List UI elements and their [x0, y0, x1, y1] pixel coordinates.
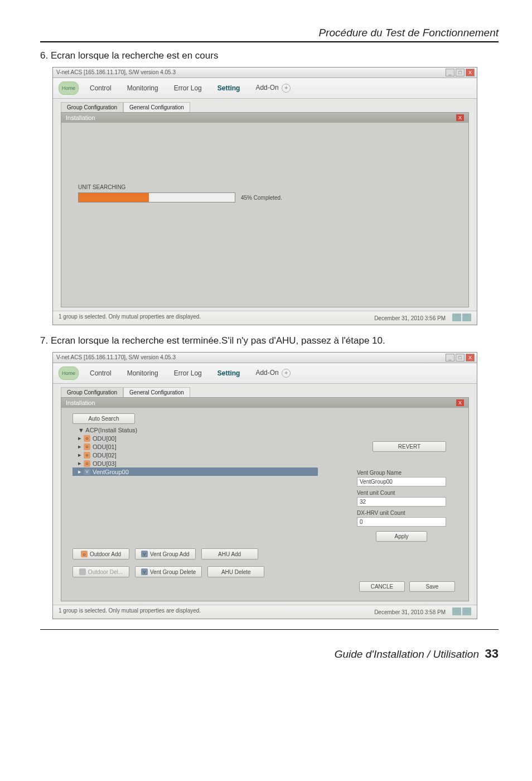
home-button[interactable]: Home — [59, 81, 79, 95]
properties-panel: REVERT Vent Group Name VentGroup00 Vent … — [357, 441, 446, 542]
nav-addon[interactable]: Add-On + — [248, 367, 298, 380]
panel-body: Auto Search ▼ ACP(Install Status) ▸oODU[… — [61, 408, 468, 601]
left-column: Auto Search ▼ ACP(Install Status) ▸oODU[… — [72, 413, 318, 592]
progress-bar — [78, 192, 235, 203]
nav-addon[interactable]: Add-On + — [248, 81, 298, 95]
status-bar: 1 group is selected. Only mutual propert… — [53, 311, 477, 325]
status-bar: 1 group is selected. Only mutual propert… — [53, 605, 477, 619]
close-window-button[interactable]: X — [466, 69, 475, 76]
tab-group-config[interactable]: Group Configuration — [61, 102, 123, 112]
revert-button[interactable]: REVERT — [373, 441, 446, 452]
tree-item-label: ODU[03] — [93, 460, 117, 467]
tree-item-ventgroup00[interactable]: ▸VVentGroup00 — [72, 467, 318, 476]
tray-icon[interactable] — [452, 608, 461, 615]
nav-errorlog[interactable]: Error Log — [166, 367, 210, 379]
footer-rule — [40, 629, 499, 630]
tray-icon[interactable] — [452, 314, 461, 321]
unit-searching-label: UNIT SEARCHING — [78, 184, 452, 190]
window-title: V-net ACS [165.186.11.170], S/W version … — [56, 353, 176, 363]
window-buttons: _ □ X — [446, 69, 475, 76]
addon-plus-icon[interactable]: + — [282, 84, 291, 93]
nav-setting[interactable]: Setting — [210, 367, 248, 379]
main-nav: Home Control Monitoring Error Log Settin… — [53, 363, 477, 384]
panel-titlebar: Installation X — [61, 398, 468, 408]
odu-icon: o — [84, 460, 90, 467]
nav-control[interactable]: Control — [82, 82, 119, 94]
tree-item-odu03[interactable]: ▸oODU[03] — [72, 459, 318, 467]
outdoor-delete-button[interactable]: Outdoor Del... — [72, 566, 129, 577]
odu-icon: o — [84, 435, 90, 442]
nav-addon-label: Add-On — [255, 369, 278, 377]
progress-fill — [79, 193, 149, 202]
status-timestamp: December 31, 2010 3:56 PM — [374, 315, 446, 321]
save-cancel-row: CANCLE Save — [359, 581, 455, 592]
ventgroup-name-field[interactable]: VentGroup00 — [357, 477, 446, 486]
vent-icon: V — [141, 568, 148, 575]
step-6-text: 6. Ecran lorsque la recherche est en cou… — [40, 50, 499, 61]
page-header: Procédure du Test de Fonctionnement — [40, 27, 499, 39]
device-tree: ▼ ACP(Install Status) ▸oODU[00] ▸oODU[01… — [72, 426, 318, 476]
vent-group-delete-button[interactable]: VVent Group Delete — [135, 566, 202, 577]
window-buttons: _ □ X — [446, 354, 475, 361]
nav-errorlog[interactable]: Error Log — [166, 82, 210, 94]
tree-item-odu02[interactable]: ▸oODU[02] — [72, 451, 318, 459]
progress-text: 45% Completed. — [241, 195, 282, 201]
tree-root[interactable]: ▼ ACP(Install Status) — [72, 426, 318, 434]
status-timestamp: December 31, 2010 3:58 PM — [374, 609, 446, 615]
page-footer: Guide d'Installation / Utilisation 33 — [40, 647, 499, 661]
tray-icon[interactable] — [462, 608, 471, 615]
tree-item-odu01[interactable]: ▸oODU[01] — [72, 442, 318, 451]
vent-group-add-button[interactable]: VVent Group Add — [135, 548, 196, 560]
apply-button[interactable]: Apply — [376, 531, 427, 542]
installation-panel: Installation X UNIT SEARCHING 45% Comple… — [61, 112, 469, 307]
window-titlebar: V-net ACS [165.186.11.170], S/W version … — [53, 353, 477, 363]
delete-button-row: Outdoor Del... VVent Group Delete AHU De… — [72, 566, 318, 577]
add-button-row: oOutdoor Add VVent Group Add AHU Add — [72, 548, 318, 560]
nav-monitoring[interactable]: Monitoring — [119, 82, 166, 94]
main-nav: Home Control Monitoring Error Log Settin… — [53, 78, 477, 99]
tab-general-config[interactable]: General Configuration — [123, 102, 190, 112]
panel-title: Installation — [66, 399, 95, 406]
vent-icon: V — [141, 551, 148, 557]
progress-row: 45% Completed. — [78, 192, 452, 203]
tab-group-config[interactable]: Group Configuration — [61, 387, 123, 397]
save-button[interactable]: Save — [409, 581, 455, 592]
panel-title: Installation — [66, 114, 95, 121]
nav-setting[interactable]: Setting — [210, 82, 248, 94]
vent-count-label: Vent unit Count — [357, 490, 446, 496]
home-button[interactable]: Home — [59, 367, 79, 380]
tree-item-odu00[interactable]: ▸oODU[00] — [72, 434, 318, 442]
panel-body: UNIT SEARCHING 45% Completed. — [61, 123, 468, 307]
tree-item-label: ODU[02] — [93, 452, 117, 459]
status-message: 1 group is selected. Only mutual propert… — [59, 314, 201, 322]
tree-item-label: ODU[00] — [93, 435, 117, 442]
tray-icons — [451, 314, 471, 322]
close-panel-button[interactable]: X — [456, 114, 464, 121]
tray-icon[interactable] — [462, 314, 471, 321]
vent-count-field[interactable]: 32 — [357, 497, 446, 507]
config-tabs: Group Configuration General Configuratio… — [61, 102, 477, 112]
tray-icons — [451, 608, 471, 616]
maximize-button[interactable]: □ — [456, 69, 465, 76]
window-titlebar: V-net ACS [165.186.11.170], S/W version … — [53, 68, 477, 78]
ahu-add-button[interactable]: AHU Add — [201, 548, 258, 560]
vent-icon: V — [84, 469, 90, 475]
tab-general-config[interactable]: General Configuration — [123, 387, 190, 397]
footer-guide-text: Guide d'Installation / Utilisation — [335, 648, 479, 660]
minimize-button[interactable]: _ — [446, 69, 454, 76]
close-panel-button[interactable]: X — [456, 399, 464, 406]
ventgroup-name-label: Vent Group Name — [357, 470, 446, 476]
ahu-delete-button[interactable]: AHU Delete — [207, 566, 264, 577]
auto-search-button[interactable]: Auto Search — [72, 413, 135, 424]
cancel-button[interactable]: CANCLE — [359, 581, 405, 592]
tree-item-label: VentGroup00 — [93, 469, 129, 475]
config-tabs: Group Configuration General Configuratio… — [61, 387, 477, 397]
minimize-button[interactable]: _ — [446, 354, 454, 361]
outdoor-add-button[interactable]: oOutdoor Add — [72, 548, 129, 560]
dxhrv-count-field[interactable]: 0 — [357, 517, 446, 527]
nav-control[interactable]: Control — [82, 367, 119, 379]
maximize-button[interactable]: □ — [456, 354, 465, 361]
nav-monitoring[interactable]: Monitoring — [119, 367, 166, 379]
close-window-button[interactable]: X — [466, 354, 475, 361]
addon-plus-icon[interactable]: + — [282, 369, 291, 378]
